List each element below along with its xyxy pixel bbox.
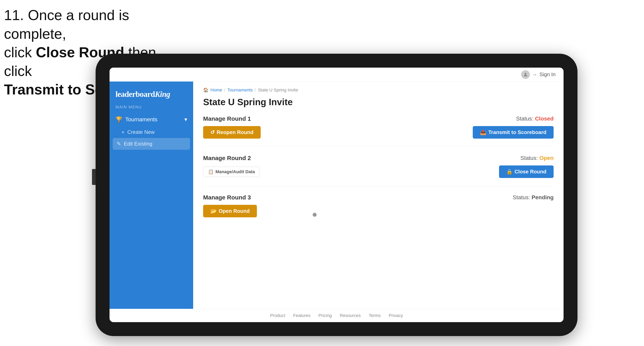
sidebar: leaderboardKing MAIN MENU 🏆 Tournaments … (110, 82, 193, 309)
plus-icon: + (122, 129, 124, 135)
trophy-icon: 🏆 (116, 116, 122, 123)
main-menu-label: MAIN MENU (110, 105, 193, 113)
breadcrumb: 🏠 Home / Tournaments / State U Spring In… (203, 87, 554, 93)
tablet-screen: → Sign In leaderboardKing MAIN MENU 🏆 To… (110, 68, 564, 322)
footer-terms[interactable]: Terms (369, 313, 381, 318)
top-bar: → Sign In (110, 68, 564, 82)
tournaments-label: Tournaments (125, 116, 158, 123)
footer-pricing[interactable]: Pricing (318, 313, 332, 318)
breadcrumb-home[interactable]: Home (210, 87, 222, 93)
round-3-status: Status: Pending (513, 194, 554, 201)
close-round-button[interactable]: 🔒 Close Round (499, 166, 554, 178)
round-1-status-value: Closed (535, 116, 554, 122)
audit-icon: 📋 (208, 169, 214, 174)
chevron-down-icon: ▾ (184, 116, 187, 123)
edit-existing-label: Edit Existing (124, 141, 152, 147)
home-icon: 🏠 (203, 87, 208, 93)
sidebar-item-edit-existing[interactable]: ✎ Edit Existing (113, 138, 190, 150)
round-1-title: Manage Round 1 (203, 115, 251, 122)
svg-point-2 (525, 73, 526, 75)
content-area: 🏠 Home / Tournaments / State U Spring In… (193, 82, 564, 309)
footer: Product Features Pricing Resources Terms… (110, 309, 564, 322)
footer-resources[interactable]: Resources (340, 313, 361, 318)
footer-product[interactable]: Product (270, 313, 285, 318)
transmit-icon: 📤 (480, 129, 486, 135)
sidebar-item-create-new[interactable]: + Create New (110, 126, 193, 138)
create-new-label: Create New (127, 129, 154, 135)
round-2-status: Status: Open (520, 155, 554, 161)
open-round-button[interactable]: 📂 Open Round (203, 205, 257, 217)
round-3-section: Manage Round 3 Status: Pending 📂 Open Ro… (203, 194, 554, 225)
round-3-title: Manage Round 3 (203, 194, 251, 201)
round-1-section: Manage Round 1 Status: Closed ↺ Reopen R… (203, 115, 554, 147)
footer-privacy[interactable]: Privacy (388, 313, 403, 318)
reopen-round-button[interactable]: ↺ Reopen Round (203, 126, 261, 139)
round-3-status-value: Pending (532, 194, 554, 200)
sign-in-icon: → (532, 72, 537, 77)
tablet-device: → Sign In leaderboardKing MAIN MENU 🏆 To… (96, 54, 578, 336)
logo: leaderboardKing (116, 89, 187, 99)
sign-in-area[interactable]: → Sign In (521, 70, 556, 79)
page-title: State U Spring Invite (203, 97, 554, 107)
edit-icon: ✎ (117, 141, 121, 147)
breadcrumb-current: State U Spring Invite (258, 87, 298, 93)
round-2-title: Manage Round 2 (203, 155, 251, 162)
round-2-status-value: Open (539, 155, 554, 161)
sign-in-label[interactable]: Sign In (540, 71, 556, 78)
breadcrumb-sep-1: / (224, 87, 226, 93)
breadcrumb-tournaments[interactable]: Tournaments (228, 87, 253, 93)
transmit-to-scoreboard-button[interactable]: 📤 Transmit to Scoreboard (473, 126, 554, 139)
footer-features[interactable]: Features (293, 313, 310, 318)
round-2-section: Manage Round 2 Status: Open 📋 Manage/Aud… (203, 155, 554, 186)
manage-audit-data-button[interactable]: 📋 Manage/Audit Data (203, 167, 260, 177)
sidebar-item-tournaments[interactable]: 🏆 Tournaments ▾ (110, 113, 193, 126)
reopen-icon: ↺ (210, 129, 215, 135)
round-1-status: Status: Closed (516, 116, 554, 122)
open-icon: 📂 (210, 208, 217, 214)
logo-area: leaderboardKing (110, 87, 193, 105)
user-avatar-icon (521, 70, 530, 79)
breadcrumb-sep-2: / (255, 87, 256, 93)
lock-icon: 🔒 (506, 169, 512, 175)
